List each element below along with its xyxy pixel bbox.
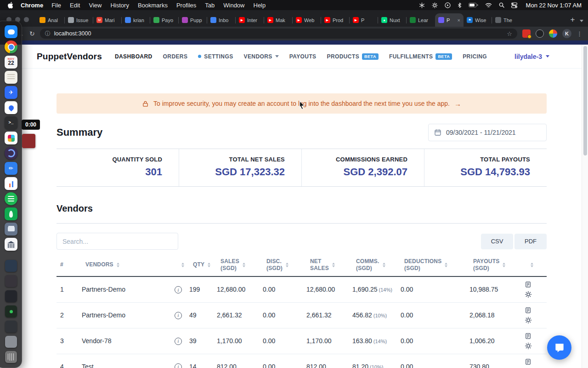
menubar-menu-item[interactable]: Bookmarks xyxy=(138,2,168,9)
page-scrollbar[interactable] xyxy=(582,45,588,368)
menubar-menu-item[interactable]: Window xyxy=(223,2,244,9)
tab-pupp[interactable]: Pupp xyxy=(179,13,207,27)
export-csv-button[interactable]: CSV xyxy=(481,234,513,249)
dock-editor-icon[interactable]: ✏ xyxy=(4,161,18,175)
dock-bank-app-icon[interactable] xyxy=(4,237,18,251)
column-header[interactable] xyxy=(178,263,189,267)
sort-icon[interactable] xyxy=(383,263,385,267)
window-zoom-button[interactable] xyxy=(24,17,29,22)
wifi-icon[interactable] xyxy=(485,3,492,8)
dock-files-app-icon[interactable] xyxy=(4,222,18,236)
gear-icon[interactable] xyxy=(525,316,532,324)
tab-prod[interactable]: ▶ Prod xyxy=(321,13,350,27)
nav-vendors[interactable]: VENDORS xyxy=(244,53,279,60)
profile-avatar[interactable]: K xyxy=(562,29,571,38)
info-icon[interactable]: i xyxy=(175,286,182,293)
tab-puppetvendors[interactable]: P × xyxy=(435,13,464,27)
dock-database-app-icon[interactable] xyxy=(4,207,18,221)
dock-window-thumb-1[interactable] xyxy=(4,259,18,273)
nav-fulfillments[interactable]: FULFILLMENTS BETA xyxy=(389,53,452,60)
dock-window-thumb-6[interactable] xyxy=(4,335,18,349)
column-header[interactable]: PAYOUTS (SGD) xyxy=(473,258,524,272)
tab-krian[interactable]: krian xyxy=(122,13,150,27)
url-text[interactable]: localhost:3000 xyxy=(54,30,503,37)
nav-orders[interactable]: ORDERS xyxy=(163,53,188,60)
dock-slack-icon[interactable] xyxy=(4,131,18,145)
account-menu[interactable]: lilydale-3 xyxy=(514,53,549,60)
nav-settings[interactable]: SETTINGS xyxy=(198,53,233,60)
tab-nuxt[interactable]: ▲ Nuxt xyxy=(378,13,407,27)
extension-icon-red[interactable] xyxy=(522,29,531,38)
bookmark-star-icon[interactable]: ☆ xyxy=(507,30,512,37)
menubar-menu-item[interactable]: Help xyxy=(254,2,266,9)
tab-payo[interactable]: Payo xyxy=(150,13,179,27)
tab-search-chevron-icon[interactable] xyxy=(580,20,583,22)
menubar-clock[interactable]: Mon 22 Nov 1:07 AM xyxy=(526,2,582,9)
sort-icon[interactable] xyxy=(208,263,210,267)
spotlight-icon[interactable] xyxy=(499,2,504,8)
notes-icon[interactable] xyxy=(525,358,531,365)
active-app-name[interactable]: Chrome xyxy=(21,2,43,9)
sort-icon[interactable] xyxy=(531,263,533,267)
notes-icon[interactable] xyxy=(525,281,531,288)
sort-icon[interactable] xyxy=(117,263,119,267)
snowflake-icon[interactable] xyxy=(419,2,425,8)
dock-chat-app-icon[interactable] xyxy=(4,25,18,39)
new-tab-button[interactable]: + xyxy=(566,13,579,26)
reload-button[interactable]: ↻ xyxy=(29,30,35,37)
gear-icon[interactable] xyxy=(525,342,532,350)
column-header[interactable]: QTY xyxy=(193,261,217,268)
nav-dashboard[interactable]: DASHBOARD xyxy=(115,53,153,60)
tab-issues[interactable]: Issue xyxy=(65,13,93,27)
sort-icon[interactable] xyxy=(243,263,245,267)
security-alert-banner[interactable]: To improve security, you may create an a… xyxy=(57,93,547,114)
info-icon[interactable]: i xyxy=(175,363,182,368)
battery-icon[interactable] xyxy=(469,3,478,7)
column-header[interactable] xyxy=(527,263,547,267)
control-center-icon[interactable] xyxy=(511,2,517,8)
menubar-menu-item[interactable]: Edit xyxy=(70,2,80,9)
menubar-menu-item[interactable]: Profiles xyxy=(176,2,196,9)
sort-icon[interactable] xyxy=(181,263,184,267)
info-icon[interactable]: i xyxy=(175,312,182,319)
dock-calendar-icon[interactable]: NOV 22 xyxy=(4,55,18,69)
sort-icon[interactable] xyxy=(332,263,335,267)
vendor-search-input[interactable] xyxy=(57,233,178,250)
sort-icon[interactable] xyxy=(503,263,505,267)
brand-logo[interactable]: PuppetVendors xyxy=(37,52,102,62)
column-header[interactable]: COMMS. (SGD) xyxy=(356,258,401,272)
tab-inter[interactable]: ▶ Inter xyxy=(236,13,264,27)
nav-pricing[interactable]: PRICING xyxy=(463,53,487,60)
chrome-menu-icon[interactable]: ⋮ xyxy=(577,30,582,37)
tab-web[interactable]: ▶ Web xyxy=(293,13,321,27)
sort-icon[interactable] xyxy=(286,263,288,267)
notes-icon[interactable] xyxy=(525,333,531,339)
dock-chrome-icon[interactable] xyxy=(4,40,18,54)
dock-telegram-icon[interactable]: ✈ xyxy=(4,86,18,99)
dock-recorder-app-icon[interactable] xyxy=(4,146,18,160)
chat-widget-button[interactable] xyxy=(547,335,571,360)
gear-icon[interactable] xyxy=(525,291,532,298)
dock-trash-icon[interactable] xyxy=(4,350,18,364)
tab-wise[interactable]: ⚑ Wise xyxy=(464,13,492,27)
nav-products[interactable]: PRODUCTS BETA xyxy=(327,53,379,60)
nav-payouts[interactable]: PAYOUTS xyxy=(289,53,317,60)
recording-stop-button[interactable] xyxy=(22,134,35,148)
tab-p-video[interactable]: ▶ P xyxy=(350,13,378,27)
now-playing-icon[interactable] xyxy=(445,2,451,8)
date-range-picker[interactable]: 09/30/2021 - 11/21/2021 xyxy=(428,124,547,141)
dock-terminal-icon[interactable]: >_ xyxy=(4,116,18,130)
dock-analytics-app-icon[interactable] xyxy=(4,177,18,190)
tab-analytics[interactable]: Anal xyxy=(36,13,65,27)
column-header[interactable]: SALES (SGD) xyxy=(220,258,263,272)
bluetooth-icon[interactable] xyxy=(458,2,462,8)
site-info-icon[interactable]: ⓘ xyxy=(45,30,51,38)
notes-icon[interactable] xyxy=(525,307,531,314)
scrollbar-thumb[interactable] xyxy=(583,46,587,155)
dock-spotify-icon[interactable] xyxy=(4,192,18,206)
extension-icon-colorful[interactable] xyxy=(549,29,557,38)
menubar-menu-item[interactable]: History xyxy=(110,2,129,9)
export-pdf-button[interactable]: PDF xyxy=(514,234,547,249)
dock-maps-icon[interactable] xyxy=(4,101,18,115)
tab-inbox[interactable]: Inbo xyxy=(207,13,236,27)
